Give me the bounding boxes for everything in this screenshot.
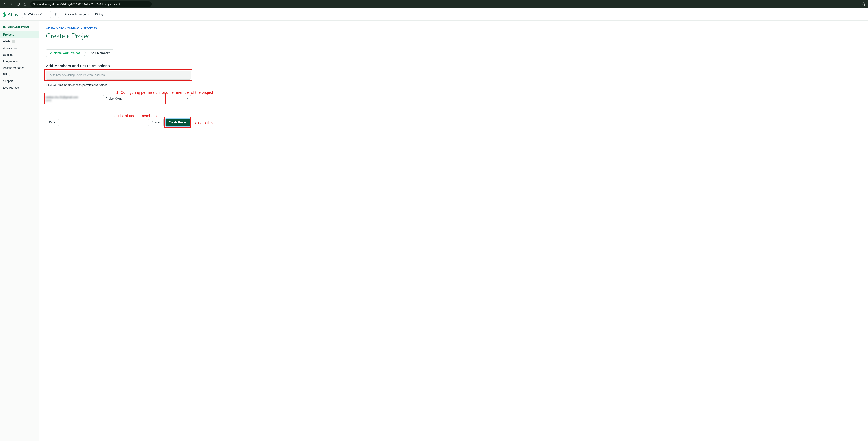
create-project-stepper: Name Your Project Add Members [46, 49, 114, 57]
svg-point-0 [33, 3, 34, 4]
org-settings-button[interactable] [53, 11, 59, 18]
sidebar-item-live-migration[interactable]: Live Migration [0, 84, 39, 91]
permissions-hint: Give your members access permissions bel… [46, 83, 285, 87]
svg-point-1 [34, 4, 35, 5]
sidebar: ORGANIZATION Projects Alerts 0 Activity … [0, 21, 39, 441]
breadcrumb-org[interactable]: WEI KAI'S ORG - 2024-10-06 [46, 27, 79, 30]
alerts-badge: 0 [12, 40, 15, 43]
org-picker[interactable]: Wei Kai's Or... [22, 11, 51, 18]
member-row: weikai.chu.01@gmail.com (you) Project Ow… [46, 94, 191, 105]
sidebar-item-projects[interactable]: Projects [0, 31, 39, 38]
chevron-down-icon [88, 13, 90, 15]
bookmark-star-icon[interactable] [862, 2, 866, 6]
role-select[interactable]: Project Owner [103, 95, 191, 102]
back-button[interactable] [2, 2, 6, 6]
member-email: weikai.chu.01@gmail.com [46, 96, 100, 99]
logo-label: Atlas [7, 11, 18, 18]
url-bar[interactable]: cloud.mongodb.com/v2#/org/67025647f37d54… [30, 1, 152, 7]
nav-billing[interactable]: Billing [95, 13, 103, 16]
sidebar-item-activity-feed[interactable]: Activity Feed [0, 45, 39, 52]
home-button[interactable] [23, 2, 27, 6]
atlas-logo[interactable]: Atlas [2, 11, 18, 18]
sidebar-item-support[interactable]: Support [0, 78, 39, 84]
sidebar-item-access-manager[interactable]: Access Manager [0, 65, 39, 71]
invite-email-input[interactable] [46, 71, 191, 80]
create-project-button[interactable]: Create Project [166, 118, 191, 126]
section-title: Add Members and Set Permissions [46, 64, 285, 68]
member-you-label: (you) [46, 99, 100, 102]
annotation-2: 2. List of added members [114, 114, 157, 118]
main-content: WEI KAI'S ORG - 2024-10-06 > PROJECTS Cr… [39, 21, 868, 441]
breadcrumb-projects[interactable]: PROJECTS [84, 27, 97, 30]
org-name: Wei Kai's Or... [28, 13, 45, 16]
sidebar-item-integrations[interactable]: Integrations [0, 58, 39, 65]
sidebar-item-settings[interactable]: Settings [0, 52, 39, 58]
chevron-down-icon [47, 13, 49, 15]
annotation-3: 3. Click this [194, 121, 213, 125]
sidebar-item-billing[interactable]: Billing [0, 71, 39, 78]
leaf-icon [2, 12, 6, 17]
page-title: Create a Project [46, 32, 285, 40]
reload-button[interactable] [16, 2, 20, 6]
breadcrumb: WEI KAI'S ORG - 2024-10-06 > PROJECTS [46, 27, 285, 30]
url-text: cloud.mongodb.com/v2#/org/67025647f37d54… [37, 3, 122, 5]
cancel-button[interactable]: Cancel [148, 118, 163, 126]
browser-toolbar: cloud.mongodb.com/v2#/org/67025647f37d54… [0, 0, 868, 8]
step-add-members[interactable]: Add Members [87, 49, 114, 57]
app-topnav: Atlas Wei Kai's Or... Access Manager Bil… [0, 8, 868, 21]
nav-access-manager[interactable]: Access Manager [65, 13, 90, 16]
site-settings-icon [33, 3, 36, 6]
org-icon [3, 26, 6, 29]
sidebar-header: ORGANIZATION [0, 26, 39, 31]
step-name-project[interactable]: Name Your Project [46, 49, 83, 57]
back-button[interactable]: Back [46, 118, 59, 126]
gear-icon [54, 13, 58, 16]
forward-button[interactable] [9, 2, 13, 6]
org-icon [24, 13, 27, 16]
svg-point-4 [56, 14, 56, 15]
sidebar-item-alerts[interactable]: Alerts 0 [0, 38, 39, 45]
check-icon [50, 52, 52, 55]
chevron-down-icon [186, 98, 188, 100]
